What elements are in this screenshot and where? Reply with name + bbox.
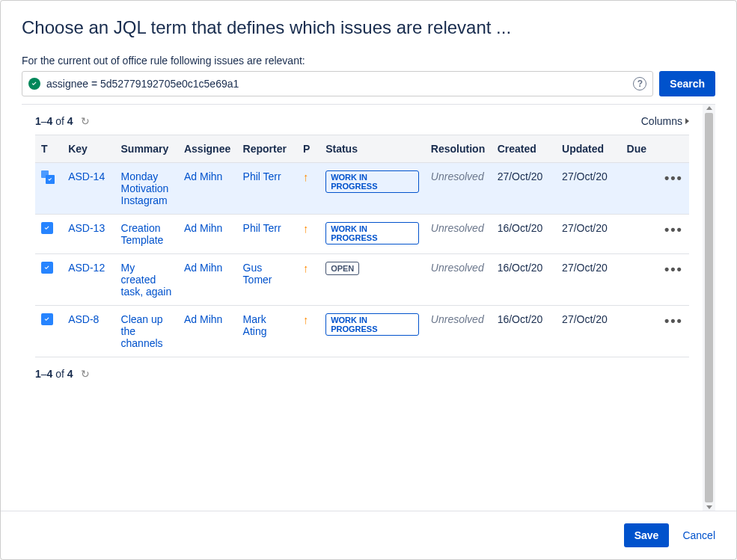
cell-status[interactable]: WORK IN PROGRESS [319,215,425,254]
priority-up-icon: ↑ [303,170,309,183]
table-row[interactable]: ASD-13Creation TemplateAd MihnPhil Terr↑… [35,215,689,254]
cell-updated: 27/Oct/20 [556,254,620,306]
header-status[interactable]: Status [319,135,425,163]
header-summary[interactable]: Summary [115,135,178,163]
cell-resolution: Unresolved [425,163,492,215]
scrollbar-thumb[interactable] [705,113,713,502]
header-key[interactable]: Key [62,135,114,163]
caret-right-icon [685,118,689,124]
results-scroll-area: 1–4 of 4 ↻ Columns T Key [22,105,715,511]
cell-type [35,306,62,357]
results-meta-top: 1–4 of 4 ↻ Columns [35,115,689,127]
jql-dialog: Choose an JQL term that defines which is… [0,0,737,560]
cell-summary[interactable]: Monday Motivation Instagram [115,163,178,215]
cell-assignee[interactable]: Ad Mihn [178,254,237,306]
dialog-title: Choose an JQL term that defines which is… [22,17,715,38]
cell-assignee[interactable]: Ad Mihn [178,215,237,254]
cell-summary[interactable]: Creation Template [115,215,178,254]
search-button[interactable]: Search [659,71,715,96]
priority-up-icon: ↑ [303,262,309,274]
cell-summary[interactable]: My created task, again [115,254,178,306]
task-icon [41,222,53,234]
cancel-link[interactable]: Cancel [682,529,715,541]
scroll-up-icon[interactable] [706,106,712,110]
cell-status[interactable]: OPEN [319,254,425,306]
header-type[interactable]: T [35,135,62,163]
row-actions-icon[interactable]: ••• [664,313,683,329]
page-end: 4 [47,115,53,127]
cell-actions[interactable]: ••• [658,163,689,215]
header-assignee[interactable]: Assignee [178,135,237,163]
cell-updated: 27/Oct/20 [556,215,620,254]
cell-actions[interactable]: ••• [658,254,689,306]
cell-assignee[interactable]: Ad Mihn [178,306,237,357]
row-actions-icon[interactable]: ••• [664,222,683,238]
cell-priority: ↑ [297,254,319,306]
save-button[interactable]: Save [624,523,670,547]
help-icon[interactable]: ? [633,77,646,90]
scroll-down-icon[interactable] [706,505,712,509]
header-due[interactable]: Due [621,135,658,163]
cell-created: 16/Oct/20 [492,254,556,306]
columns-button[interactable]: Columns [641,115,689,127]
cell-assignee[interactable]: Ad Mihn [178,163,237,215]
task-icon [41,313,53,325]
table-row[interactable]: ASD-14Monday Motivation InstagramAd Mihn… [35,163,689,215]
jql-input-container: ? [22,71,653,96]
priority-up-icon: ↑ [303,313,309,326]
cell-priority: ↑ [297,215,319,254]
cell-key[interactable]: ASD-8 [62,306,114,357]
results-content: 1–4 of 4 ↻ Columns T Key [22,105,703,511]
cell-key[interactable]: ASD-13 [62,215,114,254]
table-row[interactable]: ASD-12My created task, againAd MihnGus T… [35,254,689,306]
cell-reporter[interactable]: Phil Terr [237,163,297,215]
page-total: 4 [67,115,73,127]
cell-reporter[interactable]: Gus Tomer [237,254,297,306]
cell-resolution: Unresolved [425,215,492,254]
priority-up-icon: ↑ [303,222,309,235]
dialog-footer: Save Cancel [1,511,736,559]
cell-updated: 27/Oct/20 [556,306,620,357]
row-actions-icon[interactable]: ••• [664,170,683,186]
cell-resolution: Unresolved [425,254,492,306]
cell-due [621,306,658,357]
table-row[interactable]: ASD-8Clean up the channelsAd MihnMark At… [35,306,689,357]
dialog-body: Choose an JQL term that defines which is… [1,1,736,511]
cell-created: 16/Oct/20 [492,306,556,357]
cell-reporter[interactable]: Mark Ating [237,306,297,357]
header-created[interactable]: Created [492,135,556,163]
header-resolution[interactable]: Resolution [425,135,492,163]
of-label: of [55,115,64,127]
cell-updated: 27/Oct/20 [556,163,620,215]
header-reporter[interactable]: Reporter [237,135,297,163]
header-priority[interactable]: P [297,135,319,163]
cell-key[interactable]: ASD-12 [62,254,114,306]
row-actions-icon[interactable]: ••• [664,262,683,277]
cell-due [621,215,658,254]
cell-summary[interactable]: Clean up the channels [115,306,178,357]
search-row: ? Search [22,71,715,96]
cell-due [621,254,658,306]
cell-actions[interactable]: ••• [658,215,689,254]
jql-input[interactable] [45,77,633,90]
jql-valid-icon [28,78,40,90]
cell-key[interactable]: ASD-14 [62,163,114,215]
refresh-icon[interactable]: ↻ [81,115,90,127]
page-start: 1 [35,115,41,127]
cell-priority: ↑ [297,163,319,215]
cell-status[interactable]: WORK IN PROGRESS [319,306,425,357]
header-actions [658,135,689,163]
refresh-icon-bottom[interactable]: ↻ [81,368,90,380]
scrollbar[interactable] [703,105,715,511]
cell-created: 16/Oct/20 [492,215,556,254]
pagination-counts-top: 1–4 of 4 ↻ [35,115,90,127]
dialog-subtitle: For the current out of office rule follo… [22,55,715,67]
cell-created: 27/Oct/20 [492,163,556,215]
cell-status[interactable]: WORK IN PROGRESS [319,163,425,215]
cell-type [35,163,62,215]
cell-actions[interactable]: ••• [658,306,689,357]
cell-reporter[interactable]: Phil Terr [237,215,297,254]
task-icon [41,262,53,274]
header-updated[interactable]: Updated [556,135,620,163]
pagination-counts-bottom: 1–4 of 4 ↻ [35,368,689,380]
